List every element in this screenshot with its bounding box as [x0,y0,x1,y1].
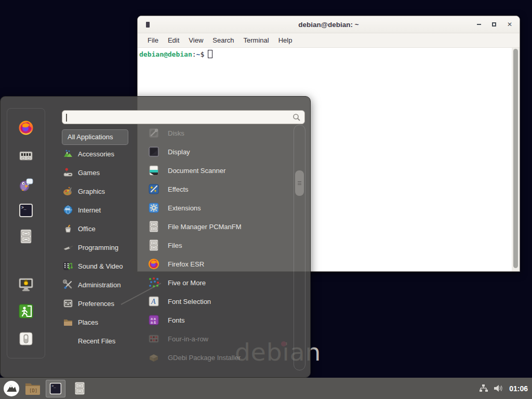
category-label: Administration [78,281,121,289]
close-button[interactable]: ✕ [507,22,512,27]
app-fonts[interactable]: a a a & Fonts [148,311,289,329]
document-scanner-icon [148,164,160,177]
office-icon [63,223,73,234]
app-four-in-a-row[interactable]: Four-in-a-row [148,329,289,348]
app-disks[interactable]: Disks [148,124,289,142]
app-effects[interactable]: Effects [148,180,289,198]
app-file-manager-pcmanfm[interactable]: File Manager PCManFM [148,217,289,236]
file-cabinet-icon[interactable] [18,229,34,246]
files-folder-launcher[interactable]: [D] [24,382,41,395]
category-label: Sound & Video [78,262,123,270]
app-label: GDebi Package Installer [168,354,241,362]
category-accessories[interactable]: Accessories [62,144,147,163]
terminal-icon[interactable]: >_ [18,203,34,220]
category-administration[interactable]: Administration [62,275,147,294]
extensions-icon [148,202,160,214]
category-sound-video[interactable]: Sound & Video [62,257,147,275]
terminal-titlebar[interactable]: debian@debian: ~ ✕ [138,16,520,33]
category-list: Accessories Games Graphics [62,144,147,350]
category-label: Accessories [78,150,114,158]
app-label: Font Selection [168,298,211,305]
lock-screen-icon[interactable] [18,276,34,295]
menu-button[interactable] [3,380,20,397]
places-icon [63,317,73,327]
prompt-colon: : [192,50,196,58]
network-icon[interactable] [479,384,488,393]
menu-search[interactable]: Search [208,36,238,44]
category-games[interactable]: Games [62,163,147,182]
application-menu: >_ [0,96,311,378]
search-input[interactable] [66,112,290,123]
maximize-button[interactable] [492,22,496,26]
taskbar: [D] >_ [0,378,532,399]
search-icon [292,113,301,124]
menu-view[interactable]: View [184,36,208,44]
category-office[interactable]: Office [62,219,147,238]
category-programming[interactable]: Programming [62,238,147,257]
prompt-symbol: $ [200,50,204,58]
menu-scrollbar-track[interactable] [294,125,305,370]
category-label: Graphics [78,188,105,195]
search-box [62,110,305,124]
sound-video-icon [63,261,73,271]
app-label: Extensions [168,204,201,212]
all-applications-button[interactable]: All Applications [62,129,128,145]
category-label: Internet [78,206,101,214]
file-cabinet-icon [148,220,160,233]
svg-text:>_: >_ [21,205,26,210]
svg-text:[D]: [D] [29,388,37,393]
category-recent-files[interactable]: Recent Files [62,331,147,350]
svg-text:a a: a a [151,317,156,321]
terminal-window-title: debian@debian: ~ [138,21,520,29]
app-label: File Manager PCManFM [168,223,242,231]
taskbar-clock[interactable]: 01:06 [509,384,528,393]
app-files[interactable]: Files [148,236,289,255]
category-places[interactable]: Places [62,313,147,331]
terminal-task[interactable]: >_ [46,380,65,397]
category-internet[interactable]: Internet [62,201,147,219]
app-display[interactable]: Display [148,142,289,161]
app-font-selection[interactable]: A Font Selection [148,292,289,311]
app-extensions[interactable]: Extensions [148,198,289,217]
accessories-icon [63,149,73,159]
effects-icon [148,183,160,195]
menu-scrollbar-thumb[interactable] [295,170,304,196]
empty-icon-spacer [63,336,73,346]
menu-edit[interactable]: Edit [163,36,184,44]
app-label: Firefox ESR [168,260,204,268]
mixer-icon[interactable] [18,148,34,166]
terminal-scrollbar-thumb[interactable] [513,49,518,268]
app-firefox-esr[interactable]: Firefox ESR [148,255,289,273]
minimize-button[interactable] [477,24,481,25]
terminal-window-icon [146,22,150,28]
preferences-icon [63,298,73,309]
firefox-icon[interactable] [18,119,34,138]
app-label: Display [168,148,190,156]
file-cabinet-icon [148,239,160,251]
terminal-scrollbar[interactable] [512,48,520,271]
programming-icon [63,242,73,252]
application-list: Disks Display Document Scanner [148,124,289,367]
shutdown-icon[interactable] [18,331,34,349]
app-label: Fonts [168,316,185,324]
pidgin-icon[interactable] [18,176,34,194]
app-label: Effects [168,185,189,193]
firefox-icon [148,258,160,270]
graphics-icon [63,186,73,196]
menu-help[interactable]: Help [274,36,297,44]
app-label: Disks [168,129,184,137]
logout-icon[interactable] [18,303,34,321]
file-manager-task[interactable] [73,381,87,395]
app-label: Files [168,242,182,249]
fonts-icon: a a a & [148,314,160,326]
volume-icon[interactable] [494,384,503,393]
gdebi-icon [148,351,160,364]
app-document-scanner[interactable]: Document Scanner [148,161,289,180]
prompt-user-host: debian@debian [139,50,192,58]
menu-terminal[interactable]: Terminal [239,36,274,44]
app-gdebi-package-installer[interactable]: GDebi Package Installer [148,348,289,367]
menu-file[interactable]: File [143,36,163,44]
category-graphics[interactable]: Graphics [62,182,147,201]
app-five-or-more[interactable]: Five or More [148,273,289,292]
category-label: Programming [78,244,118,251]
